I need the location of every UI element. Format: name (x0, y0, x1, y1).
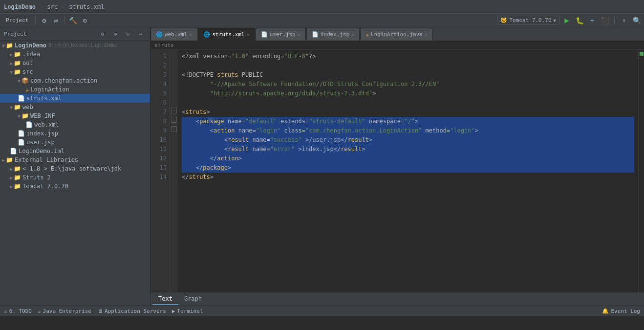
tab-web-xml-close[interactable]: ✕ (189, 32, 192, 37)
logindemo-iml-label: LoginDemo.iml (19, 148, 64, 154)
sidebar-item-com[interactable]: ▼ 📦 com.chengfan.action (0, 76, 150, 85)
line-num-8: 8 (153, 117, 167, 126)
breadcrumb: struts (150, 41, 644, 50)
tab-struts-xml[interactable]: 🌐 struts.xml ✕ (198, 28, 255, 41)
code-area[interactable]: <?xml version="1.0" encoding="UTF-8"?> <… (178, 50, 638, 292)
code-line-6 (182, 98, 634, 108)
bottom-tab-graph[interactable]: Graph (178, 293, 208, 305)
line-num-9: 9 (153, 126, 167, 135)
status-eventlog[interactable]: 🔔 Event Log (602, 308, 640, 314)
code-line-9: <action name="login" class="com.chengfan… (182, 126, 634, 135)
tab-loginaction-close[interactable]: ✕ (425, 32, 428, 37)
sidebar-item-ext-libs[interactable]: ▶ 📁 External Libraries (0, 155, 150, 164)
title-file1: src (47, 3, 58, 10)
fold-marker-7[interactable]: - (171, 108, 177, 113)
status-todo[interactable]: ⚠ 6: TODO (4, 308, 32, 314)
jdk-icon: 📁 (14, 165, 21, 172)
sidebar-item-web[interactable]: ▼ 📁 web (0, 103, 150, 111)
iml-icon: 📄 (10, 148, 17, 154)
sidebar-item-jdk[interactable]: ▶ 📁 < 1.8 > E:\java software\jdk (0, 164, 150, 173)
sidebar-item-struts2[interactable]: ▶ 📁 Struts 2 (0, 173, 150, 182)
sidebar-item-out[interactable]: ▶ 📁 out (0, 59, 150, 67)
struts2-icon: 📁 (14, 174, 21, 181)
idea-arrow-icon: ▶ (10, 52, 13, 57)
sidebar-expand-icon[interactable]: ⊕ (110, 29, 121, 40)
status-bar: ⚠ 6: TODO ☕ Java Enterprise 🖥 Applicatio… (0, 306, 644, 316)
vcs-button[interactable]: ⇡ (619, 15, 629, 26)
fold-marker-9[interactable]: - (171, 126, 177, 132)
tab-loginaction-java[interactable]: ☕ LoginAction.java ✕ (360, 28, 433, 41)
tab-user-jsp-close[interactable]: ✕ (298, 32, 301, 37)
sidebar-item-web-xml[interactable]: 📄 web.xml (0, 120, 150, 129)
sidebar-item-struts-xml[interactable]: 📄 struts.xml (0, 94, 150, 103)
line-num-13: 13 (153, 163, 167, 173)
status-terminal[interactable]: ▶ Terminal (172, 308, 203, 314)
status-appservers[interactable]: 🖥 Application Servers (97, 308, 166, 314)
src-arrow-icon: ▼ (10, 69, 13, 75)
sidebar-item-tomcat[interactable]: ▶ 📁 Tomcat 7.0.70 (0, 182, 150, 191)
tomcat-label: Tomcat 7.0.70 (509, 17, 551, 23)
sidebar-item-root[interactable]: ▼ 📁 LoginDemo D:\作业\javaee\LoginDemo (0, 41, 150, 50)
tomcat-selector[interactable]: 🐱 Tomcat 7.0.70 ▼ (497, 16, 559, 25)
web-folder-icon: 📁 (14, 104, 21, 110)
sync-btn[interactable]: ⇄ (50, 15, 61, 26)
title-file2: struts.xml (69, 3, 104, 10)
sidebar-item-webinf[interactable]: ▼ 📁 WEB-INF (0, 111, 150, 120)
sidebar-item-index-jsp[interactable]: 📄 index.jsp (0, 129, 150, 138)
todo-icon: ⚠ (4, 308, 7, 314)
sidebar-more-icon[interactable]: ⋯ (135, 29, 146, 40)
appservers-icon: 🖥 (97, 308, 103, 314)
debug-button[interactable]: 🐛 (574, 15, 585, 26)
bottom-tab-text[interactable]: Text (152, 293, 178, 305)
settings-btn[interactable]: ⚙ (39, 15, 49, 26)
gutter-ok-indicator (640, 52, 644, 56)
out-arrow-icon: ▶ (10, 61, 13, 66)
tab-struts-xml-icon: 🌐 (203, 31, 210, 38)
loginaction-label: LoginAction (30, 86, 69, 93)
tab-index-jsp-icon: 📄 (312, 31, 319, 38)
build-btn[interactable]: 🔨 (67, 15, 78, 26)
run-button[interactable]: ▶ (561, 15, 572, 26)
editor-content[interactable]: 1 2 3 4 5 6 7 8 9 10 11 12 13 14 - - - (150, 50, 644, 292)
sidebar-toolbar: ⚙ ⊕ ⊖ ⋯ (97, 29, 146, 40)
sidebar-item-loginaction[interactable]: ☕ LoginAction (0, 85, 150, 94)
java-icon: ☕ (25, 86, 29, 93)
com-label: com.chengfan.action (30, 77, 97, 84)
fold-marker-8[interactable]: - (171, 117, 177, 123)
make-btn[interactable]: ⊙ (79, 15, 90, 26)
search-button[interactable]: 🔍 (631, 15, 642, 26)
stop-button[interactable]: ⬛ (600, 15, 610, 26)
tab-index-jsp[interactable]: 📄 index.jsp ✕ (306, 28, 360, 41)
tab-index-jsp-close[interactable]: ✕ (351, 32, 354, 37)
coverage-button[interactable]: ☂ (587, 15, 598, 26)
idea-label: .idea (22, 51, 40, 58)
sidebar-collapse-icon[interactable]: ⊖ (123, 29, 133, 40)
tab-web-xml-icon: 🌐 (156, 31, 163, 38)
dropdown-arrow-icon: ▼ (554, 18, 556, 23)
tab-struts-xml-close[interactable]: ✕ (247, 32, 250, 37)
ext-libs-label: External Libraries (15, 156, 78, 163)
tab-user-jsp[interactable]: 📄 user.jsp ✕ (256, 28, 306, 41)
sidebar-item-src[interactable]: ▼ 📁 src (0, 67, 150, 76)
status-javaee[interactable]: ☕ Java Enterprise (38, 308, 91, 314)
code-line-2 (182, 61, 634, 70)
menu-project[interactable]: Project (2, 16, 32, 25)
sidebar-item-logindemo-iml[interactable]: 📄 LoginDemo.iml (0, 147, 150, 155)
line-numbers: 1 2 3 4 5 6 7 8 9 10 11 12 13 14 (150, 50, 170, 292)
line-num-2: 2 (153, 61, 167, 70)
sidebar-item-idea[interactable]: ▶ 📁 .idea (0, 50, 150, 59)
sidebar-item-user-jsp[interactable]: 📄 user.jsp (0, 138, 150, 147)
toolbar-sep-3 (614, 16, 615, 25)
com-arrow-icon: ▼ (18, 78, 21, 84)
run-config: 🐱 Tomcat 7.0.70 ▼ ▶ 🐛 ☂ ⬛ ⇡ 🔍 (497, 15, 642, 26)
sidebar-settings-icon[interactable]: ⚙ (97, 29, 108, 40)
app-title: LoginDemo (4, 3, 36, 10)
eventlog-label: Event Log (611, 308, 640, 314)
toolbar-sep-2 (64, 16, 64, 25)
code-line-11: <result name="error" >index.jsp</result> (182, 145, 634, 154)
fold-gutter: - - - (170, 50, 178, 292)
tab-web-xml[interactable]: 🌐 web.xml ✕ (150, 28, 197, 41)
line-num-7: 7 (153, 108, 167, 117)
tab-loginaction-icon: ☕ (365, 31, 369, 38)
ext-libs-icon: 📁 (6, 156, 13, 163)
